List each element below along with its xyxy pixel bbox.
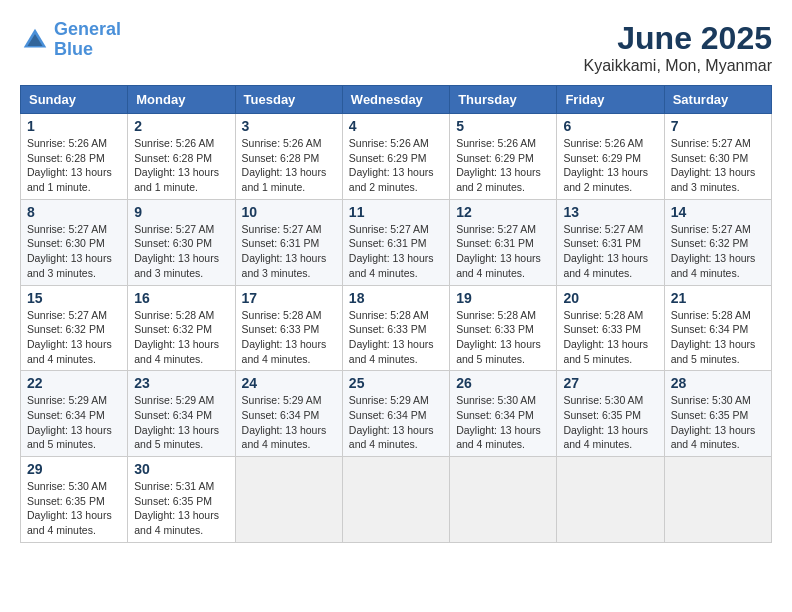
calendar-week-row: 8 Sunrise: 5:27 AM Sunset: 6:30 PM Dayli…	[21, 199, 772, 285]
column-header-monday: Monday	[128, 86, 235, 114]
day-number: 1	[27, 118, 121, 134]
day-number: 14	[671, 204, 765, 220]
column-header-wednesday: Wednesday	[342, 86, 449, 114]
column-header-saturday: Saturday	[664, 86, 771, 114]
month-title: June 2025	[584, 20, 773, 57]
day-info: Sunrise: 5:30 AM Sunset: 6:35 PM Dayligh…	[563, 393, 657, 452]
logo-icon	[20, 25, 50, 55]
calendar-cell	[342, 457, 449, 543]
column-header-tuesday: Tuesday	[235, 86, 342, 114]
calendar-cell: 10 Sunrise: 5:27 AM Sunset: 6:31 PM Dayl…	[235, 199, 342, 285]
calendar-cell: 30 Sunrise: 5:31 AM Sunset: 6:35 PM Dayl…	[128, 457, 235, 543]
calendar-cell: 6 Sunrise: 5:26 AM Sunset: 6:29 PM Dayli…	[557, 114, 664, 200]
day-info: Sunrise: 5:26 AM Sunset: 6:28 PM Dayligh…	[134, 136, 228, 195]
day-info: Sunrise: 5:28 AM Sunset: 6:33 PM Dayligh…	[349, 308, 443, 367]
day-info: Sunrise: 5:29 AM Sunset: 6:34 PM Dayligh…	[349, 393, 443, 452]
day-number: 4	[349, 118, 443, 134]
calendar-cell: 8 Sunrise: 5:27 AM Sunset: 6:30 PM Dayli…	[21, 199, 128, 285]
day-number: 3	[242, 118, 336, 134]
day-number: 10	[242, 204, 336, 220]
calendar-cell: 28 Sunrise: 5:30 AM Sunset: 6:35 PM Dayl…	[664, 371, 771, 457]
day-number: 26	[456, 375, 550, 391]
calendar-week-row: 29 Sunrise: 5:30 AM Sunset: 6:35 PM Dayl…	[21, 457, 772, 543]
day-info: Sunrise: 5:31 AM Sunset: 6:35 PM Dayligh…	[134, 479, 228, 538]
column-header-sunday: Sunday	[21, 86, 128, 114]
day-number: 21	[671, 290, 765, 306]
day-number: 19	[456, 290, 550, 306]
day-number: 24	[242, 375, 336, 391]
logo: General Blue	[20, 20, 121, 60]
calendar-cell: 23 Sunrise: 5:29 AM Sunset: 6:34 PM Dayl…	[128, 371, 235, 457]
calendar-cell: 26 Sunrise: 5:30 AM Sunset: 6:34 PM Dayl…	[450, 371, 557, 457]
column-header-thursday: Thursday	[450, 86, 557, 114]
column-header-friday: Friday	[557, 86, 664, 114]
calendar-cell: 11 Sunrise: 5:27 AM Sunset: 6:31 PM Dayl…	[342, 199, 449, 285]
calendar-cell: 15 Sunrise: 5:27 AM Sunset: 6:32 PM Dayl…	[21, 285, 128, 371]
day-number: 6	[563, 118, 657, 134]
calendar-cell: 25 Sunrise: 5:29 AM Sunset: 6:34 PM Dayl…	[342, 371, 449, 457]
day-info: Sunrise: 5:27 AM Sunset: 6:31 PM Dayligh…	[456, 222, 550, 281]
day-number: 15	[27, 290, 121, 306]
calendar-cell: 16 Sunrise: 5:28 AM Sunset: 6:32 PM Dayl…	[128, 285, 235, 371]
day-info: Sunrise: 5:30 AM Sunset: 6:34 PM Dayligh…	[456, 393, 550, 452]
calendar-cell: 4 Sunrise: 5:26 AM Sunset: 6:29 PM Dayli…	[342, 114, 449, 200]
calendar-cell: 19 Sunrise: 5:28 AM Sunset: 6:33 PM Dayl…	[450, 285, 557, 371]
day-info: Sunrise: 5:27 AM Sunset: 6:30 PM Dayligh…	[671, 136, 765, 195]
day-number: 29	[27, 461, 121, 477]
calendar-table: SundayMondayTuesdayWednesdayThursdayFrid…	[20, 85, 772, 543]
day-number: 28	[671, 375, 765, 391]
day-info: Sunrise: 5:27 AM Sunset: 6:31 PM Dayligh…	[349, 222, 443, 281]
day-info: Sunrise: 5:27 AM Sunset: 6:31 PM Dayligh…	[242, 222, 336, 281]
day-number: 8	[27, 204, 121, 220]
calendar-cell: 9 Sunrise: 5:27 AM Sunset: 6:30 PM Dayli…	[128, 199, 235, 285]
calendar-cell: 2 Sunrise: 5:26 AM Sunset: 6:28 PM Dayli…	[128, 114, 235, 200]
day-info: Sunrise: 5:28 AM Sunset: 6:33 PM Dayligh…	[563, 308, 657, 367]
calendar-cell: 3 Sunrise: 5:26 AM Sunset: 6:28 PM Dayli…	[235, 114, 342, 200]
day-number: 25	[349, 375, 443, 391]
calendar-cell: 21 Sunrise: 5:28 AM Sunset: 6:34 PM Dayl…	[664, 285, 771, 371]
day-info: Sunrise: 5:28 AM Sunset: 6:33 PM Dayligh…	[242, 308, 336, 367]
day-info: Sunrise: 5:26 AM Sunset: 6:29 PM Dayligh…	[456, 136, 550, 195]
day-number: 12	[456, 204, 550, 220]
day-number: 18	[349, 290, 443, 306]
day-number: 16	[134, 290, 228, 306]
page-header: General Blue June 2025 Kyaikkami, Mon, M…	[20, 20, 772, 75]
calendar-cell	[450, 457, 557, 543]
day-number: 13	[563, 204, 657, 220]
calendar-header-row: SundayMondayTuesdayWednesdayThursdayFrid…	[21, 86, 772, 114]
day-info: Sunrise: 5:27 AM Sunset: 6:30 PM Dayligh…	[27, 222, 121, 281]
calendar-week-row: 22 Sunrise: 5:29 AM Sunset: 6:34 PM Dayl…	[21, 371, 772, 457]
day-info: Sunrise: 5:28 AM Sunset: 6:34 PM Dayligh…	[671, 308, 765, 367]
calendar-cell	[235, 457, 342, 543]
day-number: 22	[27, 375, 121, 391]
day-info: Sunrise: 5:26 AM Sunset: 6:28 PM Dayligh…	[242, 136, 336, 195]
logo-text: General Blue	[54, 20, 121, 60]
day-info: Sunrise: 5:29 AM Sunset: 6:34 PM Dayligh…	[27, 393, 121, 452]
day-info: Sunrise: 5:28 AM Sunset: 6:32 PM Dayligh…	[134, 308, 228, 367]
calendar-cell: 12 Sunrise: 5:27 AM Sunset: 6:31 PM Dayl…	[450, 199, 557, 285]
location-title: Kyaikkami, Mon, Myanmar	[584, 57, 773, 75]
calendar-cell: 13 Sunrise: 5:27 AM Sunset: 6:31 PM Dayl…	[557, 199, 664, 285]
calendar-cell: 24 Sunrise: 5:29 AM Sunset: 6:34 PM Dayl…	[235, 371, 342, 457]
day-number: 2	[134, 118, 228, 134]
day-number: 23	[134, 375, 228, 391]
calendar-cell: 14 Sunrise: 5:27 AM Sunset: 6:32 PM Dayl…	[664, 199, 771, 285]
calendar-cell	[557, 457, 664, 543]
day-info: Sunrise: 5:27 AM Sunset: 6:30 PM Dayligh…	[134, 222, 228, 281]
calendar-week-row: 15 Sunrise: 5:27 AM Sunset: 6:32 PM Dayl…	[21, 285, 772, 371]
day-info: Sunrise: 5:26 AM Sunset: 6:28 PM Dayligh…	[27, 136, 121, 195]
day-number: 20	[563, 290, 657, 306]
calendar-cell: 29 Sunrise: 5:30 AM Sunset: 6:35 PM Dayl…	[21, 457, 128, 543]
day-info: Sunrise: 5:27 AM Sunset: 6:32 PM Dayligh…	[671, 222, 765, 281]
day-number: 30	[134, 461, 228, 477]
calendar-cell: 27 Sunrise: 5:30 AM Sunset: 6:35 PM Dayl…	[557, 371, 664, 457]
calendar-cell: 20 Sunrise: 5:28 AM Sunset: 6:33 PM Dayl…	[557, 285, 664, 371]
calendar-cell: 17 Sunrise: 5:28 AM Sunset: 6:33 PM Dayl…	[235, 285, 342, 371]
day-info: Sunrise: 5:28 AM Sunset: 6:33 PM Dayligh…	[456, 308, 550, 367]
day-number: 9	[134, 204, 228, 220]
day-info: Sunrise: 5:26 AM Sunset: 6:29 PM Dayligh…	[349, 136, 443, 195]
calendar-cell: 7 Sunrise: 5:27 AM Sunset: 6:30 PM Dayli…	[664, 114, 771, 200]
day-info: Sunrise: 5:30 AM Sunset: 6:35 PM Dayligh…	[671, 393, 765, 452]
calendar-cell: 18 Sunrise: 5:28 AM Sunset: 6:33 PM Dayl…	[342, 285, 449, 371]
calendar-cell: 22 Sunrise: 5:29 AM Sunset: 6:34 PM Dayl…	[21, 371, 128, 457]
